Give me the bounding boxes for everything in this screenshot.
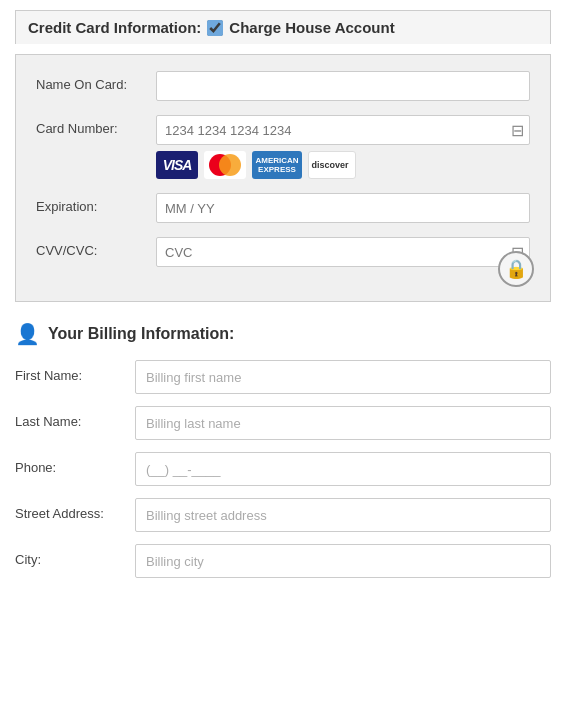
charge-house-label: Charge House Account [229,19,394,36]
visa-logo: VISA [156,151,198,179]
phone-row: Phone: [15,452,551,486]
page-wrapper: Credit Card Information: Charge House Ac… [0,0,566,600]
expiration-label: Expiration: [36,193,156,214]
expiration-input[interactable] [156,193,530,223]
billing-header: 👤 Your Billing Information: [15,322,551,346]
lock-icon-wrap: 🔒 [498,251,534,287]
card-number-field-wrap: ⊟ [156,115,530,145]
card-logos: VISA AMERICAN EXPRESS discover [156,151,530,179]
phone-input[interactable] [135,452,551,486]
card-number-input[interactable] [156,115,530,145]
street-input[interactable] [135,498,551,532]
cvv-field-wrap: ⊟ [156,237,530,267]
cc-box: Name On Card: Card Number: ⊟ VISA [15,54,551,302]
cvv-input[interactable] [156,237,530,267]
street-row: Street Address: [15,498,551,532]
phone-label: Phone: [15,452,135,475]
cvv-row: CVV/CVC: ⊟ [36,237,530,267]
card-number-input-wrap: ⊟ VISA AMERICAN EXPRESS discover [156,115,530,179]
billing-section: 👤 Your Billing Information: First Name: … [15,322,551,578]
first-name-label: First Name: [15,360,135,383]
name-on-card-input-wrap [156,71,530,101]
card-number-label: Card Number: [36,115,156,136]
charge-house-checkbox[interactable] [207,20,223,36]
last-name-row: Last Name: [15,406,551,440]
person-icon: 👤 [15,322,40,346]
city-input[interactable] [135,544,551,578]
cvv-label: CVV/CVC: [36,237,156,258]
billing-section-label: Your Billing Information: [48,325,234,343]
city-label: City: [15,544,135,567]
svg-point-2 [219,154,241,176]
cvv-input-wrap: ⊟ [156,237,530,267]
cc-header: Credit Card Information: Charge House Ac… [15,10,551,44]
city-row: City: [15,544,551,578]
lock-icon: 🔒 [498,251,534,287]
name-on-card-row: Name On Card: [36,71,530,101]
last-name-input[interactable] [135,406,551,440]
amex-logo: AMERICAN EXPRESS [252,151,302,179]
last-name-label: Last Name: [15,406,135,429]
first-name-input[interactable] [135,360,551,394]
expiration-input-wrap [156,193,530,223]
discover-logo: discover [308,151,356,179]
expiration-row: Expiration: [36,193,530,223]
cc-header-label: Credit Card Information: [28,19,201,36]
first-name-row: First Name: [15,360,551,394]
card-number-row: Card Number: ⊟ VISA AMERICAN EXP [36,115,530,179]
street-label: Street Address: [15,498,135,521]
name-on-card-label: Name On Card: [36,71,156,92]
mastercard-logo [204,151,246,179]
name-on-card-input[interactable] [156,71,530,101]
